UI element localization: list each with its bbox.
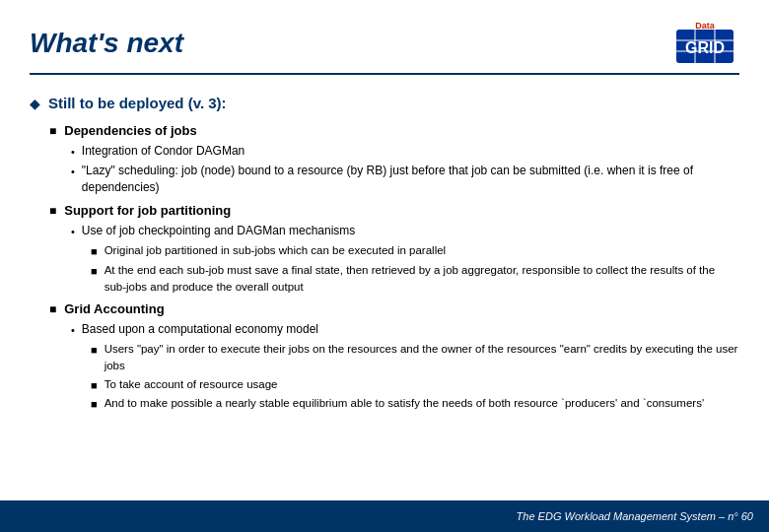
dep-dot-2: • "Lazy" scheduling: job (node) bound to…	[71, 163, 739, 197]
square-icon-3: ■	[49, 301, 56, 318]
acc-dot-1: • Based upon a computational economy mod…	[71, 321, 739, 339]
rect-icon-4: ■	[91, 378, 98, 394]
part-nested-2: At the end each sub-job must save a fina…	[105, 262, 739, 295]
slide-header: What's next Data GRID	[30, 20, 739, 75]
section-2-label: Support for job partitioning	[64, 202, 231, 221]
main-bullet: ◆ Still to be deployed (v. 3):	[30, 93, 739, 114]
rect-icon-3: ■	[91, 343, 98, 359]
acc-text-1: Based upon a computational economy model	[82, 321, 318, 338]
slide: What's next Data GRID ◆ Still to be depl	[0, 0, 769, 532]
part-dot-1: • Use of job checkpointing and DAGMan me…	[71, 223, 739, 240]
section-3-label: Grid Accounting	[64, 300, 164, 319]
dot-icon-1: •	[71, 145, 75, 161]
footer-text: The EDG Workload Management System – n° …	[517, 510, 753, 522]
dot-icon-2: •	[71, 165, 75, 180]
main-bullet-text: Still to be deployed (v. 3):	[48, 93, 227, 114]
section-3-nested: ■ Users "pay" in order to execute their …	[91, 341, 739, 413]
dep-text-1: Integration of Condor DAGMan	[82, 143, 245, 160]
svg-text:Data: Data	[695, 21, 716, 31]
acc-rect-2: ■ To take account of resource usage	[91, 376, 739, 394]
square-icon-2: ■	[49, 203, 56, 220]
slide-title: What's next	[30, 28, 183, 59]
dep-dot-1: • Integration of Condor DAGMan	[71, 143, 739, 161]
section-dependencies: ■ Dependencies of jobs	[49, 122, 739, 141]
acc-nested-2: To take account of resource usage	[105, 376, 278, 393]
section-2-subs: • Use of job checkpointing and DAGMan me…	[71, 223, 739, 295]
section-3-subs: • Based upon a computational economy mod…	[71, 321, 739, 413]
square-icon-1: ■	[49, 123, 56, 140]
rect-icon-5: ■	[91, 397, 98, 413]
section-2-nested: ■ Original job partitioned in sub-jobs w…	[91, 242, 739, 295]
dot-icon-3: •	[71, 225, 75, 240]
sections-container: ■ Dependencies of jobs • Integration of …	[49, 122, 739, 414]
slide-content: ◆ Still to be deployed (v. 3): ■ Depende…	[30, 93, 739, 413]
acc-rect-1: ■ Users "pay" in order to execute their …	[91, 341, 739, 373]
diamond-icon: ◆	[30, 94, 40, 113]
rect-icon-1: ■	[91, 244, 98, 260]
section-1-subs: • Integration of Condor DAGMan • "Lazy" …	[71, 143, 739, 197]
acc-nested-3: And to make possible a nearly stable equ…	[105, 395, 704, 412]
dep-text-2: "Lazy" scheduling: job (node) bound to a…	[82, 163, 739, 197]
part-text-1: Use of job checkpointing and DAGMan mech…	[82, 223, 355, 239]
datagrid-logo: Data GRID	[668, 20, 739, 67]
dot-icon-4: •	[71, 323, 75, 339]
section-1-label: Dependencies of jobs	[64, 122, 196, 141]
acc-nested-1: Users "pay" in order to execute their jo…	[105, 341, 739, 373]
part-rect-2: ■ At the end each sub-job must save a fi…	[91, 262, 739, 295]
part-nested-1: Original job partitioned in sub-jobs whi…	[105, 242, 446, 259]
section-partitioning: ■ Support for job partitioning	[49, 202, 739, 221]
acc-rect-3: ■ And to make possible a nearly stable e…	[91, 395, 739, 413]
part-rect-1: ■ Original job partitioned in sub-jobs w…	[91, 242, 739, 260]
section-accounting: ■ Grid Accounting	[49, 300, 739, 319]
rect-icon-2: ■	[91, 264, 98, 280]
svg-text:GRID: GRID	[685, 39, 725, 56]
slide-footer: The EDG Workload Management System – n° …	[0, 500, 769, 532]
